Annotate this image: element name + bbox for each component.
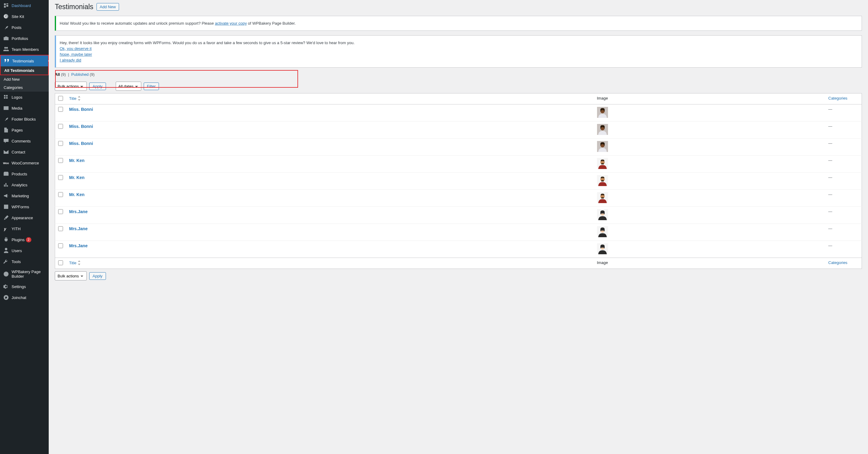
sidebar-item-testimonials[interactable]: Testimonials xyxy=(1,55,48,66)
svg-point-4 xyxy=(4,272,8,276)
avatar xyxy=(597,192,608,203)
row-title-link[interactable]: Mr. Ken xyxy=(69,192,85,197)
date-filter-select[interactable]: All dates xyxy=(116,82,141,91)
sort-icon xyxy=(78,260,81,266)
row-checkbox[interactable] xyxy=(58,209,63,214)
sidebar-item-label: Posts xyxy=(11,25,22,30)
review-later-link[interactable]: Nope, maybe later xyxy=(60,52,92,57)
submenu-item-add-new[interactable]: Add New xyxy=(0,75,49,84)
sidebar-item-wpbakery-page-builder[interactable]: WPBakery Page Builder xyxy=(0,267,49,281)
row-categories: — xyxy=(826,190,862,207)
sidebar-item-contact[interactable]: Contact xyxy=(0,147,49,157)
row-title-link[interactable]: Mrs.Jane xyxy=(69,243,88,248)
page-title: Testimonials xyxy=(55,3,93,11)
yith-icon: y xyxy=(3,225,9,232)
pin-icon xyxy=(3,24,9,30)
settings-icon xyxy=(3,283,9,290)
row-checkbox[interactable] xyxy=(58,158,63,163)
row-title-link[interactable]: Mr. Ken xyxy=(69,158,85,163)
apply-button-bottom[interactable]: Apply xyxy=(89,272,106,280)
review-ok-link[interactable]: Ok, you deserve it xyxy=(60,46,92,51)
row-title-link[interactable]: Mr. Ken xyxy=(69,175,85,180)
sitekit-icon: G xyxy=(3,13,9,20)
apply-button[interactable]: Apply xyxy=(89,83,106,90)
update-badge: 2 xyxy=(26,237,31,242)
row-categories: — xyxy=(826,104,862,121)
add-new-button[interactable]: Add New xyxy=(96,3,119,11)
sidebar-item-appearance[interactable]: Appearance xyxy=(0,212,49,223)
wpbakery-notice: Hola! Would you like to receive automati… xyxy=(55,16,862,31)
row-title-link[interactable]: Miss. Bonni xyxy=(69,124,93,129)
avatar xyxy=(597,175,608,186)
svg-rect-21 xyxy=(601,197,604,199)
filter-published[interactable]: Published xyxy=(71,72,89,77)
row-title-link[interactable]: Mrs.Jane xyxy=(69,226,88,231)
row-checkbox[interactable] xyxy=(58,175,63,180)
sidebar-item-products[interactable]: Products xyxy=(0,169,49,179)
submenu-item-categories[interactable]: Categories xyxy=(0,84,49,92)
title-column-header[interactable]: Title xyxy=(66,93,594,104)
sidebar-item-users[interactable]: Users xyxy=(0,245,49,256)
row-checkbox[interactable] xyxy=(58,192,63,197)
row-checkbox[interactable] xyxy=(58,107,63,112)
sidebar-item-wpforms[interactable]: WPForms xyxy=(0,201,49,212)
avatar xyxy=(597,141,608,152)
filter-all[interactable]: All xyxy=(55,72,60,77)
row-checkbox[interactable] xyxy=(58,226,63,231)
sidebar-item-analytics[interactable]: Analytics xyxy=(0,179,49,190)
sidebar-item-dashboard[interactable]: Dashboard xyxy=(0,0,49,11)
sidebar-item-plugins[interactable]: Plugins2 xyxy=(0,234,49,245)
sidebar-item-joinchat[interactable]: Joinchat xyxy=(0,292,49,303)
row-checkbox[interactable] xyxy=(58,141,63,146)
joinchat-icon xyxy=(3,295,9,301)
sidebar-item-pages[interactable]: Pages xyxy=(0,124,49,135)
row-categories: — xyxy=(826,139,862,156)
sidebar-item-label: WooCommerce xyxy=(11,161,39,165)
svg-rect-15 xyxy=(601,163,604,164)
sidebar-item-site-kit[interactable]: GSite Kit xyxy=(0,11,49,22)
sidebar-item-team-members[interactable]: Team Members xyxy=(0,44,49,55)
sidebar-item-label: YITH xyxy=(11,226,21,231)
row-categories: — xyxy=(826,241,862,258)
notice-text: Hola! Would you like to receive automati… xyxy=(60,21,215,26)
sidebar-item-posts[interactable]: Posts xyxy=(0,22,49,33)
submenu-item-all-testimonials[interactable]: All Testimonials xyxy=(1,66,48,74)
row-title-link[interactable]: Miss. Bonni xyxy=(69,141,93,146)
sidebar-item-portfolios[interactable]: Portfolios xyxy=(0,33,49,44)
bulk-actions-select[interactable]: Bulk actions xyxy=(55,82,87,91)
form-icon xyxy=(3,204,9,210)
svg-text:y: y xyxy=(4,226,6,231)
status-filters: All (9) | Published (9) xyxy=(55,72,862,77)
sidebar-item-settings[interactable]: Settings xyxy=(0,281,49,292)
sidebar-item-footer-blocks[interactable]: Footer Blocks xyxy=(0,114,49,124)
sidebar-item-label: Media xyxy=(11,106,22,111)
row-checkbox[interactable] xyxy=(58,243,63,248)
sidebar-item-media[interactable]: Media xyxy=(0,102,49,114)
sidebar-item-label: Marketing xyxy=(11,194,29,198)
select-all-checkbox[interactable] xyxy=(58,96,63,101)
sidebar-item-label: Tools xyxy=(11,260,21,264)
sidebar-item-tools[interactable]: Tools xyxy=(0,256,49,267)
sidebar-item-logos[interactable]: Logos xyxy=(0,92,49,102)
review-did-link[interactable]: I already did xyxy=(60,58,81,62)
select-all-checkbox-bottom[interactable] xyxy=(58,260,63,265)
row-checkbox[interactable] xyxy=(58,124,63,129)
sidebar-item-woocommerce[interactable]: WooWooCommerce xyxy=(0,157,49,169)
sidebar-item-comments[interactable]: Comments xyxy=(0,135,49,147)
activate-link[interactable]: activate your copy xyxy=(215,21,247,26)
sidebar-item-label: Products xyxy=(11,172,27,176)
portfolio-icon xyxy=(3,35,9,41)
title-column-footer[interactable]: Title xyxy=(66,258,594,269)
row-title-link[interactable]: Miss. Bonni xyxy=(69,107,93,112)
row-title-link[interactable]: Mrs.Jane xyxy=(69,209,88,214)
sidebar-item-label: Pages xyxy=(11,128,23,132)
sidebar-item-label: Comments xyxy=(11,139,31,144)
sidebar-item-marketing[interactable]: Marketing xyxy=(0,190,49,201)
grid-icon xyxy=(3,94,9,100)
sidebar-item-label: Logos xyxy=(11,95,22,99)
sidebar-item-yith[interactable]: yYITH xyxy=(0,223,49,234)
bulk-actions-select-bottom[interactable]: Bulk actions xyxy=(55,271,87,280)
row-categories: — xyxy=(826,207,862,224)
filter-button[interactable]: Filter xyxy=(144,83,159,90)
wpb-icon xyxy=(3,271,9,277)
